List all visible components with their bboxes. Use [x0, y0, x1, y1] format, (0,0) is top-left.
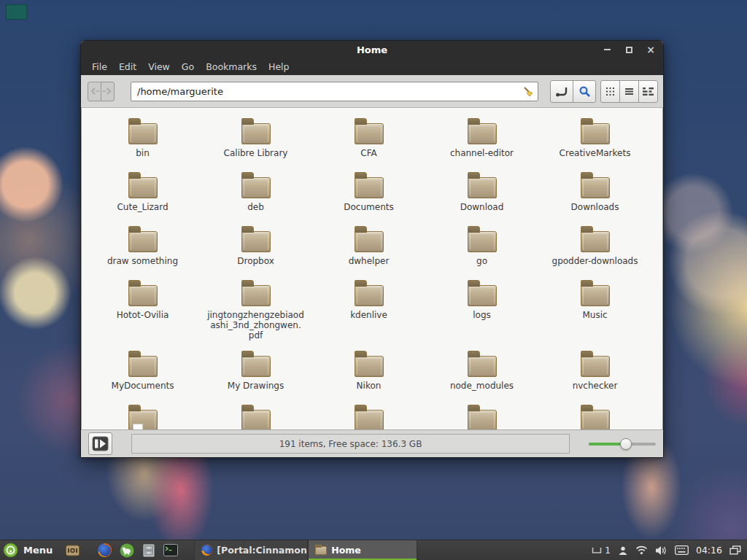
folder-item[interactable]: CreativeMarkets: [538, 108, 651, 162]
folder-icon: [241, 356, 271, 377]
clear-icon[interactable]: [522, 86, 534, 98]
menu-go[interactable]: Go: [176, 60, 200, 74]
search-button[interactable]: [573, 80, 596, 103]
path-input[interactable]: [131, 82, 538, 101]
folder-item[interactable]: channel-editor: [425, 108, 538, 162]
folder-icon: [581, 356, 610, 377]
folder-label: Dropbox: [237, 256, 274, 266]
folder-item[interactable]: Cute_Lizard: [86, 162, 199, 216]
folder-item[interactable]: MyDocuments: [86, 341, 199, 394]
folder-item[interactable]: Downloads: [538, 162, 651, 216]
menu-bookmarks[interactable]: Bookmarks: [200, 60, 263, 74]
user-icon: [618, 545, 628, 556]
icon-view-button[interactable]: [600, 80, 620, 103]
file-cabinet-icon: [142, 544, 155, 557]
location-bar: [131, 82, 538, 101]
forward-button[interactable]: [101, 82, 115, 101]
folder-icon: [468, 410, 497, 429]
desktop-color-swatch: [6, 4, 27, 20]
keyboard-applet[interactable]: [675, 545, 689, 555]
folder-item[interactable]: nvchecker: [538, 341, 651, 394]
folder-label: Documents: [344, 202, 393, 212]
workspace-count: 1: [605, 545, 611, 556]
screenshot-tool-launcher[interactable]: [66, 545, 80, 556]
file-manager-launcher[interactable]: [142, 544, 155, 557]
folder-item[interactable]: Calibre Library: [199, 108, 312, 162]
back-button[interactable]: [88, 82, 101, 101]
folder-label: go: [476, 256, 487, 266]
desktop: { "window": { "title": "Home", "menubar"…: [0, 0, 747, 560]
folder-item[interactable]: [86, 394, 199, 429]
minimize-button[interactable]: [602, 44, 612, 55]
folder-item[interactable]: bin: [86, 108, 199, 162]
menu-button[interactable]: Menu: [0, 540, 60, 560]
folder-item[interactable]: Music: [538, 270, 651, 324]
folder-item[interactable]: draw something: [86, 216, 199, 270]
user-applet[interactable]: [618, 545, 628, 556]
window-titlebar[interactable]: Home ×: [81, 41, 663, 58]
firefox-launcher[interactable]: [98, 543, 112, 557]
folder-item[interactable]: My Drawings: [199, 341, 312, 394]
zoom-slider[interactable]: [589, 438, 656, 451]
clock[interactable]: 04:16: [696, 545, 722, 556]
folder-item[interactable]: [538, 394, 651, 429]
folder-item[interactable]: Nikon: [312, 341, 425, 394]
folder-icon: [355, 356, 384, 377]
terminal-launcher[interactable]: [163, 544, 178, 556]
taskbar-window-label: Home: [331, 545, 361, 556]
folder-item[interactable]: dwhelper: [312, 216, 425, 270]
window-switcher-applet[interactable]: [729, 545, 741, 555]
folder-icon: [468, 356, 497, 377]
close-icon: ×: [646, 46, 655, 53]
folder-icon: [468, 231, 497, 252]
compact-view-button[interactable]: [638, 80, 658, 103]
folder-item[interactable]: deb: [199, 162, 312, 216]
file-view[interactable]: bin Calibre Library CFA channel-editor C…: [81, 108, 663, 429]
folder-item[interactable]: CFA: [312, 108, 425, 162]
window-controls: ×: [602, 41, 656, 58]
folder-item[interactable]: node_modules: [425, 341, 538, 394]
folder-icon: [355, 231, 384, 252]
taskbar-window-inactive[interactable]: [Portal:Cinnamon/S...: [194, 540, 308, 560]
folder-item[interactable]: kdenlive: [312, 270, 425, 324]
menu-help[interactable]: Help: [263, 60, 295, 74]
network-applet[interactable]: [635, 545, 648, 555]
folder-item[interactable]: gpodder-downloads: [538, 216, 651, 270]
list-view-button[interactable]: [619, 80, 639, 103]
folder-item[interactable]: [199, 394, 312, 429]
folder-item[interactable]: logs: [425, 270, 538, 324]
folder-item[interactable]: Download: [425, 162, 538, 216]
folder-item[interactable]: [312, 394, 425, 429]
maximize-button[interactable]: [624, 44, 634, 55]
folder-item[interactable]: go: [425, 216, 538, 270]
folder-label: CreativeMarkets: [560, 148, 631, 158]
folder-item[interactable]: Hotot-Ovilia: [86, 270, 199, 324]
taskbar-window-active[interactable]: Home: [308, 540, 417, 560]
workspace-indicator[interactable]: 1: [592, 545, 611, 556]
enter-location-icon: [555, 85, 568, 98]
sidebar-toggle-icon: [92, 436, 109, 451]
menu-view[interactable]: View: [142, 60, 176, 74]
zoom-slider-handle[interactable]: [620, 438, 632, 450]
folder-icon: [128, 410, 158, 429]
folder-item[interactable]: Documents: [312, 162, 425, 216]
menu-file[interactable]: File: [86, 60, 113, 74]
close-button[interactable]: ×: [646, 44, 656, 55]
folder-item[interactable]: [425, 394, 538, 429]
folder-icon: [581, 177, 610, 198]
folder-item[interactable]: Dropbox: [199, 216, 312, 270]
view-toggle-group: [600, 80, 658, 103]
folder-label: deb: [247, 202, 264, 212]
system-tray: 1 04:: [592, 540, 747, 560]
folder-item[interactable]: jingtongzhengzebiaod ashi_3nd_zhongwen. …: [199, 270, 312, 341]
folder-grid-partial-row: [86, 394, 662, 429]
show-sidebar-button[interactable]: [88, 432, 112, 455]
toolbar: [81, 75, 663, 108]
folder-label: node_modules: [450, 381, 514, 391]
volume-applet[interactable]: [655, 545, 667, 556]
green-app-launcher[interactable]: [120, 543, 134, 558]
file-manager-window: Home × FileEditViewGoBookmarksHelp: [80, 40, 664, 458]
folder-label: dwhelper: [349, 256, 390, 266]
toggle-location-entry-button[interactable]: [550, 80, 573, 103]
menu-edit[interactable]: Edit: [113, 60, 142, 74]
